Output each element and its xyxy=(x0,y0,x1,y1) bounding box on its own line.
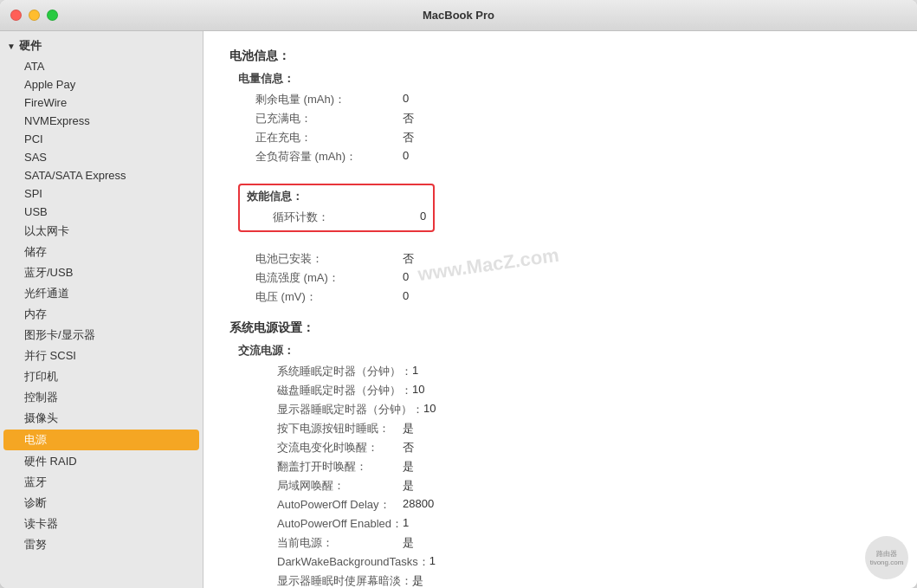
main-content: 电池信息： 电量信息： 剩余电量 (mAh)：0已充满电：否正在充电：否全负荷容… xyxy=(203,31,917,588)
sidebar-item-usb[interactable]: USB xyxy=(0,203,203,221)
sidebar: ▼ 硬件 ATAApple PayFireWireNVMExpressPCISA… xyxy=(0,31,203,588)
window: MacBook Pro ▼ 硬件 ATAApple PayFireWireNVM… xyxy=(0,0,917,588)
row-label: 交流电变化时唤醒： xyxy=(229,440,403,456)
row-value: 0 xyxy=(403,149,409,165)
sidebar-item-storage[interactable]: 储存 xyxy=(0,242,203,262)
ac-row: AutoPowerOff Delay：28800 xyxy=(229,495,891,514)
efficiency-title: 效能信息： xyxy=(247,189,426,204)
battery-info-title: 电池信息： xyxy=(229,48,891,64)
row-value: 是 xyxy=(403,535,414,551)
power-row: 全负荷容量 (mAh)：0 xyxy=(229,147,891,166)
row-label: 剩余电量 (mAh)： xyxy=(229,92,403,107)
system-power-group: 系统电源设置： 交流电源： 系统睡眠定时器（分钟）：1磁盘睡眠定时器（分钟）：1… xyxy=(229,320,891,588)
close-button[interactable] xyxy=(10,10,22,21)
row-value: 0 xyxy=(403,92,409,107)
row-value: 0 xyxy=(403,289,409,305)
efficiency-highlight-box: 效能信息： 循环计数： 0 xyxy=(238,184,435,232)
power-row: 剩余电量 (mAh)：0 xyxy=(229,90,891,109)
row-label: 按下电源按钮时睡眠： xyxy=(229,421,403,436)
sidebar-item-cardreader[interactable]: 读卡器 xyxy=(0,514,203,534)
sidebar-item-bluetooth-usb[interactable]: 蓝牙/USB xyxy=(0,262,203,283)
ac-row: 显示器睡眠时使屏幕暗淡：是 xyxy=(229,572,891,588)
titlebar: MacBook Pro xyxy=(0,0,917,31)
row-value: 1 xyxy=(403,516,409,532)
power-row: 正在充电：否 xyxy=(229,128,891,147)
row-label: 显示器睡眠定时器（分钟）： xyxy=(229,402,423,417)
ac-rows-container: 系统睡眠定时器（分钟）：1磁盘睡眠定时器（分钟）：10显示器睡眠定时器（分钟）：… xyxy=(229,362,891,588)
row-label: AutoPowerOff Enabled： xyxy=(229,516,403,532)
power-info-group: 电量信息： 剩余电量 (mAh)：0已充满电：否正在充电：否全负荷容量 (mAh… xyxy=(229,71,891,166)
sidebar-item-firewire[interactable]: FireWire xyxy=(0,94,203,112)
row-value: 否 xyxy=(403,130,414,145)
row-value: 10 xyxy=(423,402,436,417)
sidebar-item-thunderbolt[interactable]: 雷努 xyxy=(0,534,203,555)
row-label: 磁盘睡眠定时器（分钟）： xyxy=(229,383,412,398)
battery-row: 电流强度 (mA)：0 xyxy=(229,268,891,288)
row-value: 否 xyxy=(403,251,414,267)
maximize-button[interactable] xyxy=(47,10,58,21)
row-value: 是 xyxy=(403,459,414,475)
row-label: 电流强度 (mA)： xyxy=(229,270,403,286)
row-value: 是 xyxy=(403,421,414,436)
row-label: 全负荷容量 (mAh)： xyxy=(229,149,403,165)
battery-rows-container: 电池已安装：否电流强度 (mA)：0电压 (mV)：0 xyxy=(229,249,891,307)
sidebar-item-scsi[interactable]: 并行 SCSI xyxy=(0,346,203,366)
sidebar-item-hw-raid[interactable]: 硬件 RAID xyxy=(0,451,203,472)
row-label: DarkWakeBackgroundTasks： xyxy=(229,554,429,570)
sidebar-section-label: 硬件 xyxy=(19,38,42,54)
row-label: AutoPowerOff Delay： xyxy=(229,497,403,513)
row-label: 局域网唤醒： xyxy=(229,478,403,494)
cycle-count-label: 循环计数： xyxy=(247,210,420,225)
sidebar-item-sata[interactable]: SATA/SATA Express xyxy=(0,166,203,184)
ac-row: DarkWakeBackgroundTasks：1 xyxy=(229,552,891,572)
row-label: 当前电源： xyxy=(229,535,403,551)
sidebar-item-bluetooth[interactable]: 蓝牙 xyxy=(0,472,203,493)
ac-row: 局域网唤醒：是 xyxy=(229,476,891,495)
sidebar-item-pci[interactable]: PCI xyxy=(0,130,203,148)
row-value: 1 xyxy=(412,364,418,379)
cycle-count-value: 0 xyxy=(420,210,426,225)
sidebar-item-graphics[interactable]: 图形卡/显示器 xyxy=(0,325,203,346)
logo-badge: 路由器tivong.com xyxy=(865,536,908,579)
sidebar-item-controller[interactable]: 控制器 xyxy=(0,387,203,408)
minimize-button[interactable] xyxy=(29,10,40,21)
row-value: 10 xyxy=(412,383,424,398)
battery-row: 电压 (mV)：0 xyxy=(229,288,891,307)
sidebar-item-power[interactable]: 电源 xyxy=(3,430,199,450)
sidebar-item-camera[interactable]: 摄像头 xyxy=(0,408,203,429)
ac-row: AutoPowerOff Enabled：1 xyxy=(229,514,891,533)
ac-row: 系统睡眠定时器（分钟）：1 xyxy=(229,362,891,381)
sidebar-item-diagnostic[interactable]: 诊断 xyxy=(0,493,203,514)
row-label: 已充满电： xyxy=(229,111,403,126)
sidebar-item-sas[interactable]: SAS xyxy=(0,148,203,166)
efficiency-group: 效能信息： 循环计数： 0 xyxy=(229,180,891,236)
sidebar-item-nvmexpress[interactable]: NVMExpress xyxy=(0,112,203,130)
row-label: 系统睡眠定时器（分钟）： xyxy=(229,364,412,379)
window-title: MacBook Pro xyxy=(423,9,494,22)
power-info-subtitle: 电量信息： xyxy=(229,71,891,87)
row-value: 28800 xyxy=(403,497,434,513)
main-wrapper: 电池信息： 电量信息： 剩余电量 (mAh)：0已充满电：否正在充电：否全负荷容… xyxy=(203,31,917,588)
row-label: 电压 (mV)： xyxy=(229,289,403,305)
cycle-count-row: 循环计数： 0 xyxy=(247,208,426,227)
sidebar-item-spi[interactable]: SPI xyxy=(0,184,203,203)
sidebar-items-container: ATAApple PayFireWireNVMExpressPCISASSATA… xyxy=(0,57,203,555)
sidebar-item-ethernet[interactable]: 以太网卡 xyxy=(0,221,203,242)
row-value: 1 xyxy=(429,554,436,570)
sidebar-item-fiber[interactable]: 光纤通道 xyxy=(0,283,203,304)
ac-row: 按下电源按钮时睡眠：是 xyxy=(229,419,891,438)
ac-power-label: 交流电源： xyxy=(229,343,891,359)
sidebar-item-printer[interactable]: 打印机 xyxy=(0,366,203,387)
sidebar-item-memory[interactable]: 内存 xyxy=(0,304,203,325)
ac-row: 当前电源：是 xyxy=(229,533,891,552)
battery-rows-group: 电池已安装：否电流强度 (mA)：0电压 (mV)：0 xyxy=(229,249,891,307)
sidebar-item-apple-pay[interactable]: Apple Pay xyxy=(0,75,203,94)
row-label: 正在充电： xyxy=(229,130,403,145)
power-row: 已充满电：否 xyxy=(229,109,891,128)
sidebar-item-ata[interactable]: ATA xyxy=(0,57,203,75)
ac-row: 翻盖打开时唤醒：是 xyxy=(229,457,891,476)
ac-row: 显示器睡眠定时器（分钟）：10 xyxy=(229,400,891,419)
row-value: 否 xyxy=(403,111,414,126)
sidebar-section-hardware[interactable]: ▼ 硬件 xyxy=(0,35,203,57)
row-label: 显示器睡眠时使屏幕暗淡： xyxy=(229,573,412,588)
